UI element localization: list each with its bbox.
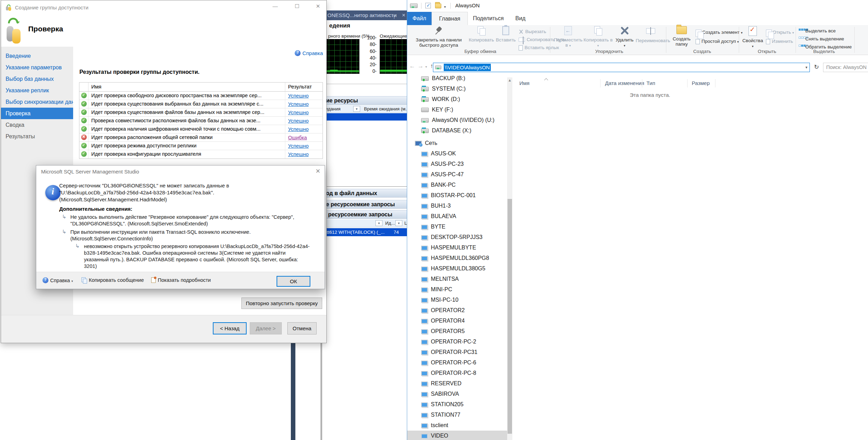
easy-access-button[interactable]: Простой доступ ▾ [696,38,739,45]
column-result[interactable]: Результат [285,83,323,91]
forward-icon[interactable]: → [418,63,424,70]
tab-home[interactable]: Главная [432,12,468,25]
close-icon[interactable]: ✕ [312,0,324,12]
section-waiting-resources[interactable]: ие ресурсы [324,96,408,105]
validation-row[interactable]: Идет проверка расположения общей сетевой… [79,133,323,142]
copy-to-button[interactable]: Копировать в ▾ [583,26,613,48]
query-selected-row[interactable]: tt612 WITH(TABLOCK) (_... 74 [324,228,408,236]
new-item-button[interactable]: Создать элемент ▾ [696,29,743,36]
computer-item[interactable]: STATION205 [407,399,507,410]
computer-item[interactable]: OPERATOR4 [407,316,507,326]
drive-item[interactable]: SYSTEM (C:) [407,84,507,94]
computer-item[interactable]: ASUS-PC-47 [407,169,507,180]
paste-button[interactable]: Вставить [495,26,517,48]
wizard-step[interactable]: Сводка [1,119,73,131]
queries-column-header[interactable]: ▾ Ид... ▾ Ц [324,219,408,227]
computer-item[interactable]: OPERATOR-PC-8 [407,368,507,378]
validation-row[interactable]: Идет проверка существования выбранных ба… [79,100,323,108]
navigation-scrollbar[interactable]: ▲ [507,77,512,440]
ok-button[interactable]: ОК [277,276,310,287]
copy-message-button[interactable]: Копировать сообщение [82,277,144,283]
computer-item[interactable]: OPERATOR-PC-6 [407,357,507,368]
rename-button[interactable]: Переименовать [636,26,666,48]
drive-item[interactable]: AlwaysON (\\VIDEO) (U:) [407,115,507,125]
computer-item[interactable]: ASUS-PC-23 [407,159,507,169]
qat-properties-icon[interactable] [425,3,431,8]
computer-item[interactable]: OPERATOR2 [407,305,507,316]
filter-dropdown-icon[interactable]: ▾ [395,220,402,226]
tab-share[interactable]: Поделиться [468,12,509,25]
computer-item[interactable]: HASPEMULDL360PG8 [407,253,507,263]
computer-item[interactable]: HASPEMULDL380G5 [407,263,507,274]
resources-selected-row[interactable] [324,113,408,121]
cancel-button[interactable]: Отмена [287,322,317,334]
computer-item[interactable]: SABIROVA [407,389,507,399]
maximize-icon[interactable]: ☐ [291,0,303,12]
wizard-step[interactable]: Указание реплик [1,85,73,96]
computer-item[interactable]: MELNITSA [407,274,507,284]
computer-item[interactable]: BUH1-3 [407,201,507,211]
section-file-io[interactable]: од в файл данных [324,189,408,198]
wizard-titlebar[interactable]: Создание группы доступности — ☐ ✕ [1,0,326,15]
result-link[interactable]: Ошибка [288,135,307,140]
help-link[interactable]: Справка [295,50,323,56]
close-icon[interactable]: ✕ [316,168,320,175]
edit-button[interactable]: Изменить [766,38,793,45]
address-input[interactable]: \\VIDEO\AlwaysON ▾ [433,63,810,72]
pin-icon[interactable]: ⊤ [392,13,397,17]
tab-file[interactable]: Файл [407,12,432,25]
filter-dropdown-icon[interactable]: ▾ [353,106,360,112]
minimize-icon[interactable]: — [269,0,281,12]
scrollbar-thumb[interactable] [507,199,512,434]
properties-button[interactable]: Свойства▾ [741,26,765,48]
drive-item[interactable]: BACKUP (B:) [407,73,507,84]
activity-monitor-titlebar[interactable]: ONESSQ...нитор активности ⊤ × [324,10,408,20]
result-link[interactable]: Успешно [288,152,309,157]
result-link[interactable]: Успешно [288,101,309,107]
section-expensive-queries-2[interactable]: ресурсоемкие запросы [324,210,408,219]
computer-item[interactable]: MINI-PC [407,284,507,295]
recent-locations-icon[interactable]: ▾ [425,65,427,69]
computer-item[interactable]: OPERATOR-PC-2 [407,337,507,347]
qat-customize-icon[interactable]: ▾ [444,5,446,9]
tab-view[interactable]: Вид [509,12,532,25]
drive-item[interactable]: KEY (F:) [407,105,507,115]
resources-column-header[interactable]: идания ▾ Время ожидания (м... [324,105,408,113]
computer-item[interactable]: BULAEVA [407,211,507,222]
computer-item[interactable]: STATION77 [407,410,507,420]
delete-button[interactable]: Удалить▾ [613,26,636,48]
rerun-validation-button[interactable]: Повторно запустить проверку [241,298,322,309]
computer-item[interactable]: BIOSTAR-PC-001 [407,190,507,201]
move-to-button[interactable]: Переместить в ▾ [553,26,583,48]
wizard-step[interactable]: Проверка [1,108,73,119]
back-button[interactable]: < Назад [213,322,247,334]
wizard-step[interactable]: Введение [1,50,73,62]
computer-item[interactable]: MSI-PC-10 [407,295,507,305]
search-input[interactable]: Поиск: AlwaysON [823,63,868,72]
computer-item[interactable]: HASPEMULBYTE [407,242,507,253]
validation-row[interactable]: Проверка совместимости расположения файл… [79,117,323,125]
filter-dropdown-icon[interactable]: ▾ [375,220,382,226]
back-icon[interactable]: ← [409,63,415,70]
result-link[interactable]: Успешно [288,110,309,115]
drive-item[interactable]: DATABASE (X:) [407,125,507,136]
wizard-step[interactable]: Выбор баз данных [1,73,73,85]
select-all-button[interactable]: Выделить все [799,27,836,34]
sidebar-item-network[interactable]: Сеть [407,138,507,148]
address-dropdown-icon[interactable]: ▾ [805,63,807,72]
paste-shortcut-button[interactable]: Вставить ярлык [519,44,559,51]
column-name[interactable]: Имя [519,80,529,86]
qat-new-folder-icon[interactable] [435,3,441,8]
open-button[interactable]: Открыть ▾ [766,29,794,36]
result-link[interactable]: Успешно [288,143,309,149]
wizard-step[interactable]: Указание параметров [1,62,73,73]
show-details-button[interactable]: Показать подробности [151,277,211,283]
validation-row[interactable]: Идет проверка существования файлов базы … [79,108,323,117]
computer-item[interactable]: BANK-PC [407,180,507,190]
column-type[interactable]: Тип [646,80,655,86]
computer-item[interactable]: tsclient [407,420,507,431]
computer-item[interactable]: BYTE [407,222,507,232]
refresh-icon[interactable]: ↻ [812,63,821,72]
validation-row[interactable]: Идет проверка режима доступности реплики… [79,142,323,150]
close-icon[interactable]: × [402,10,405,20]
